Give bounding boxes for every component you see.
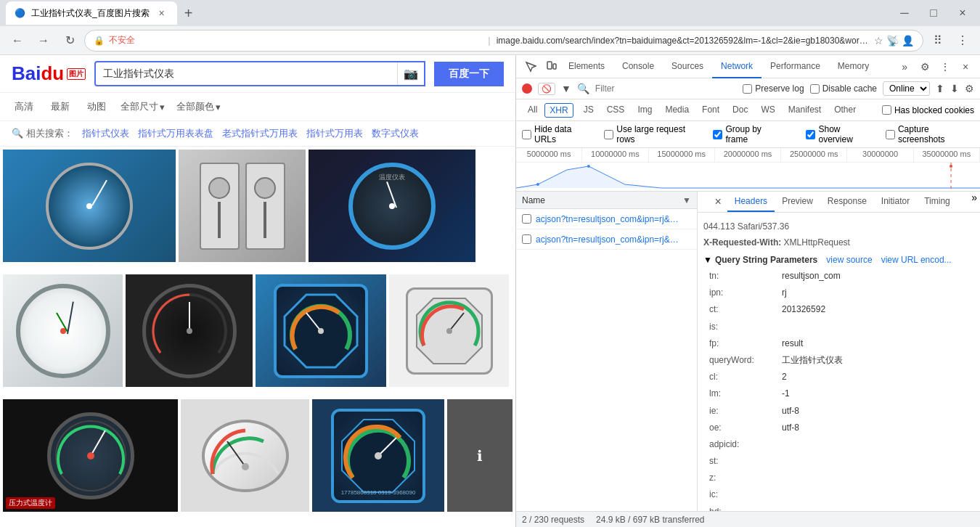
devtools-close-button[interactable]: × [957, 58, 974, 75]
has-blocked-checkbox[interactable] [882, 105, 891, 115]
hide-data-urls-checkbox[interactable] [522, 130, 531, 139]
tab-performance[interactable]: Performance [761, 55, 829, 78]
show-overview-checkbox[interactable] [806, 130, 815, 139]
capture-screenshots-label[interactable]: Capture screenshots [886, 124, 974, 144]
image-cell-5[interactable] [126, 274, 253, 387]
type-tab-doc[interactable]: Doc [727, 99, 754, 121]
query-section-header[interactable]: ▼ Query String Parameters view source vi… [703, 250, 974, 268]
devtools-more-button[interactable]: ⋮ [936, 58, 954, 75]
tab-console[interactable]: Console [613, 55, 663, 78]
type-tab-all[interactable]: All [522, 99, 543, 121]
view-source-link[interactable]: view source [826, 255, 872, 265]
type-tab-js[interactable]: JS [578, 99, 600, 121]
image-cell-info[interactable]: ℹ [447, 399, 513, 512]
list-item-2[interactable]: acjson?tn=resultjson_com&ipn=rj&ct=20... [516, 229, 697, 250]
type-tab-img[interactable]: Img [632, 99, 658, 121]
group-by-frame-checkbox[interactable] [713, 130, 722, 139]
image-cell-7[interactable] [389, 274, 509, 387]
filter-latest[interactable]: 最新 [48, 99, 73, 115]
filter-hd[interactable]: 高清 [12, 99, 36, 115]
image-cell-3[interactable]: 温度仪表 [309, 150, 475, 262]
tab-network[interactable]: Network [712, 55, 761, 78]
use-large-rows-label[interactable]: Use large request rows [604, 124, 701, 144]
image-cell-6[interactable] [256, 274, 386, 387]
type-tab-font[interactable]: Font [696, 99, 725, 121]
related-link-1[interactable]: 指针式仪表 [82, 127, 129, 140]
cast-button[interactable]: 📡 [886, 35, 899, 46]
image-cell-9[interactable] [181, 399, 309, 512]
tab-sources[interactable]: Sources [663, 55, 712, 78]
preserve-log-checkbox[interactable] [743, 84, 752, 94]
type-tab-media[interactable]: Media [659, 99, 695, 121]
maximize-button[interactable]: □ [922, 1, 945, 25]
detail-close-button[interactable]: × [709, 192, 727, 212]
hide-data-urls-label[interactable]: Hide data URLs [522, 124, 592, 144]
network-settings-button[interactable]: ⚙ [965, 83, 974, 94]
list-sort-icon[interactable]: ▼ [682, 195, 691, 205]
detail-tab-response[interactable]: Response [820, 192, 874, 212]
filter-gif[interactable]: 动图 [84, 99, 109, 115]
more-tabs-button[interactable]: » [896, 61, 913, 73]
type-tab-xhr[interactable]: XHR [544, 103, 573, 118]
list-item-1-checkbox[interactable] [522, 214, 531, 224]
type-tab-other[interactable]: Other [828, 99, 862, 121]
forward-button[interactable]: → [32, 29, 55, 52]
preserve-log-label[interactable]: Preserve log [743, 83, 804, 94]
type-tab-manifest[interactable]: Manifest [783, 99, 827, 121]
search-button[interactable]: 百度一下 [434, 62, 504, 86]
bookmark-button[interactable]: ☆ [874, 35, 883, 46]
stop-button[interactable]: 🚫 [538, 83, 555, 95]
type-tab-css[interactable]: CSS [601, 99, 631, 121]
search-icon-button[interactable]: 🔍 [577, 83, 589, 94]
filter-size[interactable]: 全部尺寸 ▾ [121, 100, 165, 113]
view-url-encoded-link[interactable]: view URL encod... [881, 255, 952, 265]
use-large-rows-checkbox[interactable] [604, 130, 613, 139]
address-bar[interactable]: 🔒 不安全 | image.baidu.com/search/index?tn=… [84, 30, 923, 52]
record-button[interactable] [522, 83, 532, 94]
list-item-2-checkbox[interactable] [522, 234, 531, 244]
tab-close-button[interactable]: × [155, 7, 168, 20]
window-close-button[interactable]: × [951, 1, 974, 25]
back-button[interactable]: ← [6, 29, 29, 52]
filter-input[interactable] [595, 83, 737, 94]
download-button[interactable]: ⬇ [950, 83, 959, 94]
list-item-1[interactable]: acjson?tn=resultjson_com&ipn=rj&ct=20... [516, 209, 697, 229]
detail-tab-preview[interactable]: Preview [775, 192, 820, 212]
tab-memory[interactable]: Memory [829, 55, 878, 78]
filter-icon-button[interactable]: ▼ [561, 83, 571, 94]
related-link-3[interactable]: 老式指针式万用表 [222, 127, 298, 140]
extensions-button[interactable]: ⠿ [926, 29, 950, 52]
image-cell-10[interactable]: 17785868318 0319-3968090 [312, 399, 444, 512]
related-link-4[interactable]: 指针式万用表 [306, 127, 363, 140]
detail-tab-initiator[interactable]: Initiator [874, 192, 917, 212]
profile-button[interactable]: 👤 [902, 35, 914, 46]
related-link-5[interactable]: 数字式仪表 [372, 127, 419, 140]
capture-screenshots-checkbox[interactable] [886, 130, 895, 139]
disable-cache-label[interactable]: Disable cache [810, 83, 877, 94]
refresh-button[interactable]: ↻ [58, 29, 81, 52]
menu-button[interactable]: ⋮ [951, 29, 974, 52]
filter-color[interactable]: 全部颜色 ▾ [176, 100, 221, 113]
devtools-settings-button[interactable]: ⚙ [916, 58, 934, 75]
detail-tab-timing[interactable]: Timing [917, 192, 957, 212]
device-toolbar-button[interactable] [542, 58, 560, 75]
image-cell-4[interactable] [3, 274, 123, 387]
detail-tab-headers[interactable]: Headers [727, 192, 775, 212]
inspect-element-button[interactable] [522, 58, 539, 75]
image-cell-8[interactable]: 压力式温度计 [3, 399, 178, 512]
group-by-frame-label[interactable]: Group by frame [713, 124, 783, 144]
image-cell-1[interactable] [3, 150, 176, 262]
new-tab-button[interactable]: + [180, 5, 197, 22]
has-blocked-label[interactable]: Has blocked cookies [882, 105, 974, 115]
related-link-2[interactable]: 指针式万用表表盘 [138, 127, 213, 140]
active-tab[interactable]: 🔵 工业指针式仪表_百度图片搜索 × [6, 1, 177, 25]
tab-elements[interactable]: Elements [560, 55, 613, 78]
upload-button[interactable]: ⬆ [936, 83, 944, 94]
type-tab-ws[interactable]: WS [755, 99, 780, 121]
detail-tabs-more[interactable]: » [968, 192, 980, 212]
image-cell-2[interactable] [179, 150, 306, 262]
camera-search-button[interactable]: 📷 [397, 62, 424, 85]
throttle-select[interactable]: Online [883, 81, 930, 96]
show-overview-label[interactable]: Show overview [806, 124, 873, 144]
minimize-button[interactable]: ─ [893, 1, 916, 25]
